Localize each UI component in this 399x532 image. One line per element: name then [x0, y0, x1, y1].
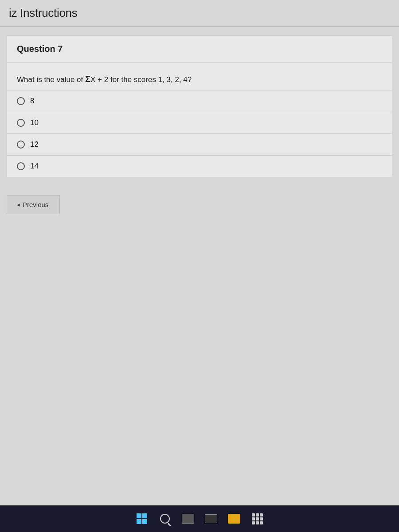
- option-label-10: 10: [30, 118, 39, 127]
- option-label-8: 8: [30, 97, 34, 106]
- search-taskbar-icon: [160, 514, 170, 524]
- navigation-area: ◂ Previous: [0, 186, 399, 223]
- page-title: iz Instructions: [9, 6, 390, 20]
- question-number: Question 7: [17, 44, 63, 54]
- apps-grid-icon: [252, 513, 263, 524]
- chevron-left-icon: ◂: [17, 201, 20, 208]
- option-label-12: 12: [30, 140, 39, 149]
- folder-taskbar-button[interactable]: [227, 512, 241, 526]
- radio-8[interactable]: [17, 97, 25, 105]
- video-taskbar-button[interactable]: [204, 512, 218, 526]
- question-text-before-sigma: What is the value of: [17, 75, 85, 84]
- option-8[interactable]: 8: [7, 90, 392, 112]
- question-card: Question 7 What is the value of ΣX + 2 f…: [7, 35, 392, 177]
- question-text: What is the value of ΣX + 2 for the scor…: [17, 72, 382, 86]
- page-wrapper: iz Instructions Question 7 What is the v…: [0, 0, 399, 532]
- previous-button[interactable]: ◂ Previous: [7, 195, 60, 214]
- radio-10[interactable]: [17, 119, 25, 127]
- option-12[interactable]: 12: [7, 134, 392, 156]
- answer-options: 8 10 12 14: [7, 90, 392, 177]
- sigma-symbol: Σ: [85, 74, 90, 84]
- main-content: Question 7 What is the value of ΣX + 2 f…: [0, 27, 399, 532]
- taskbar: [0, 505, 399, 532]
- question-header: Question 7: [7, 36, 392, 63]
- option-label-14: 14: [30, 162, 39, 171]
- option-10[interactable]: 10: [7, 112, 392, 134]
- apps-grid-button[interactable]: [250, 512, 264, 526]
- windows-icon: [137, 513, 147, 524]
- header-bar: iz Instructions: [0, 0, 399, 27]
- search-taskbar-button[interactable]: [158, 512, 172, 526]
- radio-12[interactable]: [17, 141, 25, 149]
- question-body: What is the value of ΣX + 2 for the scor…: [7, 63, 392, 90]
- video-taskbar-icon: [205, 514, 217, 523]
- task-view-button[interactable]: [181, 512, 195, 526]
- question-text-after-sigma: X + 2 for the scores 1, 3, 2, 4?: [90, 75, 192, 84]
- task-view-icon: [182, 514, 194, 524]
- option-14[interactable]: 14: [7, 156, 392, 177]
- folder-taskbar-icon: [228, 514, 240, 524]
- windows-start-button[interactable]: [135, 512, 149, 526]
- radio-14[interactable]: [17, 162, 25, 170]
- previous-label: Previous: [23, 201, 48, 208]
